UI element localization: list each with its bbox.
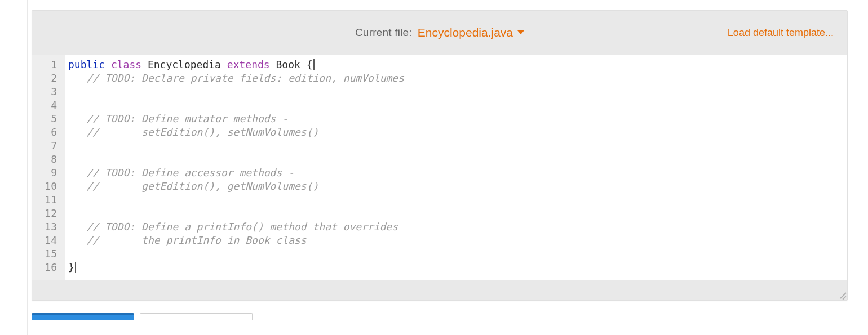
- code-editor[interactable]: 12345678910111213141516 public class Enc…: [32, 55, 847, 280]
- code-token: // TODO: Declare private fields: edition…: [87, 72, 405, 84]
- code-token: {: [307, 59, 313, 70]
- code-token: public: [68, 59, 105, 70]
- code-token: // getEdition(), getNumVolumes(): [87, 180, 319, 192]
- line-number: 15: [32, 247, 61, 261]
- code-line[interactable]: // TODO: Define accessor methods -: [68, 166, 847, 180]
- current-file-name: Encyclopedia.java: [418, 26, 513, 39]
- chevron-down-icon: [517, 30, 524, 34]
- code-token: class: [111, 59, 141, 70]
- line-number: 6: [32, 126, 61, 139]
- code-token: // TODO: Define mutator methods -: [87, 113, 294, 124]
- secondary-action-button[interactable]: [140, 313, 253, 320]
- line-number: 3: [32, 85, 61, 99]
- code-line[interactable]: // TODO: Declare private fields: edition…: [68, 72, 847, 85]
- code-line[interactable]: [68, 247, 847, 261]
- line-number: 4: [32, 99, 61, 112]
- code-token: // TODO: Define accessor methods -: [87, 167, 294, 178]
- code-line[interactable]: }: [68, 261, 847, 274]
- line-number: 11: [32, 193, 61, 207]
- code-line[interactable]: [68, 99, 847, 112]
- line-number: 14: [32, 234, 61, 247]
- code-line[interactable]: // setEdition(), setNumVolumes(): [68, 126, 847, 139]
- code-token: // TODO: Define a printInfo() method tha…: [87, 221, 398, 233]
- code-token: extends: [227, 59, 270, 70]
- panel-header: Current file: Encyclopedia.java Load def…: [32, 11, 847, 55]
- code-line[interactable]: // the printInfo in Book class: [68, 234, 847, 247]
- code-token: // the printInfo in Book class: [87, 234, 307, 246]
- load-default-template-link[interactable]: Load default template...: [728, 27, 834, 39]
- current-file-label: Current file:: [355, 26, 412, 39]
- left-edge: [27, 0, 28, 335]
- code-token: Encyclopedia: [148, 59, 221, 70]
- code-area[interactable]: public class Encyclopedia extends Book {…: [65, 55, 847, 280]
- resize-handle-icon[interactable]: [838, 291, 846, 299]
- line-number-gutter: 12345678910111213141516: [32, 55, 65, 280]
- line-number: 8: [32, 153, 61, 166]
- code-line[interactable]: [68, 207, 847, 220]
- text-cursor: [313, 59, 315, 70]
- code-token: }: [68, 261, 74, 273]
- line-number: 16: [32, 261, 61, 274]
- line-number: 9: [32, 166, 61, 180]
- line-number: 10: [32, 180, 61, 193]
- primary-action-button[interactable]: [32, 313, 134, 320]
- code-panel: Current file: Encyclopedia.java Load def…: [32, 10, 848, 301]
- code-token: Book: [276, 59, 300, 70]
- line-number: 12: [32, 207, 61, 220]
- line-number: 2: [32, 72, 61, 85]
- code-line[interactable]: [68, 153, 847, 166]
- code-line[interactable]: [68, 85, 847, 99]
- code-line[interactable]: [68, 193, 847, 207]
- text-cursor: [75, 262, 76, 273]
- code-line[interactable]: // TODO: Define mutator methods -: [68, 112, 847, 126]
- code-line[interactable]: [68, 139, 847, 153]
- code-token: // setEdition(), setNumVolumes(): [87, 126, 319, 138]
- line-number: 5: [32, 112, 61, 126]
- action-bar: [32, 313, 848, 320]
- line-number: 7: [32, 139, 61, 153]
- code-line[interactable]: // TODO: Define a printInfo() method tha…: [68, 220, 847, 234]
- line-number: 13: [32, 220, 61, 234]
- line-number: 1: [32, 58, 61, 72]
- editor-footer: [32, 280, 847, 300]
- current-file-dropdown[interactable]: Encyclopedia.java: [418, 26, 524, 39]
- code-line[interactable]: public class Encyclopedia extends Book {: [68, 58, 847, 72]
- code-line[interactable]: // getEdition(), getNumVolumes(): [68, 180, 847, 193]
